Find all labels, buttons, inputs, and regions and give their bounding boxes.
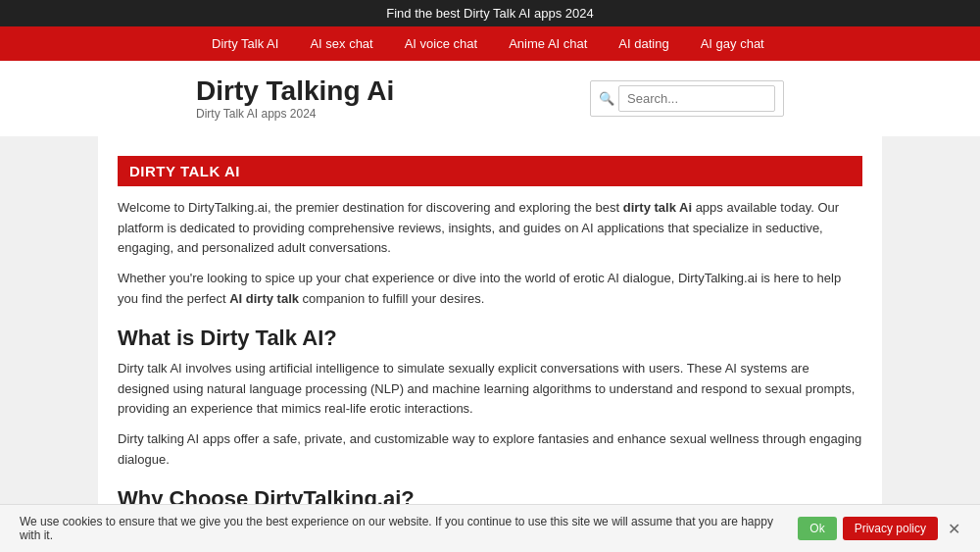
nav-item-voice-chat[interactable]: AI voice chat	[389, 26, 493, 61]
site-header: Dirty Talking Ai Dirty Talk AI apps 2024…	[0, 61, 980, 136]
nav-item-dirty-talk[interactable]: Dirty Talk AI	[196, 26, 294, 61]
search-wrapper[interactable]: 🔍	[590, 80, 784, 117]
nav-item-gay-chat[interactable]: AI gay chat	[685, 26, 780, 61]
what-heading: What is Dirty Talk AI?	[118, 326, 862, 351]
top-bar: Find the best Dirty Talk AI apps 2024	[0, 0, 980, 26]
intro-para-1: Welcome to DirtyTalking.ai, the premier …	[118, 198, 862, 259]
main-content: DIRTY TALK AI Welcome to DirtyTalking.ai…	[98, 136, 882, 552]
what-para-2: Dirty talking AI apps offer a safe, priv…	[118, 429, 862, 471]
main-nav: Dirty Talk AI AI sex chat AI voice chat …	[0, 26, 980, 61]
search-input[interactable]	[618, 85, 775, 112]
nav-item-sex-chat[interactable]: AI sex chat	[294, 26, 388, 61]
nav-item-anime-chat[interactable]: Anime AI chat	[493, 26, 603, 61]
nav-item-dating[interactable]: AI dating	[603, 26, 684, 61]
what-para-1: Dirty talk AI involves using artificial …	[118, 359, 862, 420]
top-bar-text: Find the best Dirty Talk AI apps 2024	[386, 6, 594, 21]
cookie-close-button[interactable]: ✕	[948, 520, 960, 538]
cookie-bar: We use cookies to ensure that we give yo…	[0, 504, 980, 552]
cookie-text: We use cookies to ensure that we give yo…	[20, 515, 788, 542]
cookie-ok-button[interactable]: Ok	[798, 517, 836, 540]
cookie-privacy-button[interactable]: Privacy policy	[843, 517, 938, 540]
section-title: DIRTY TALK AI	[118, 156, 862, 186]
site-subtitle: Dirty Talk AI apps 2024	[196, 107, 394, 121]
site-title: Dirty Talking Ai	[196, 76, 394, 107]
search-icon: 🔍	[599, 91, 614, 106]
intro-para-2: Whether you're looking to spice up your …	[118, 269, 862, 310]
